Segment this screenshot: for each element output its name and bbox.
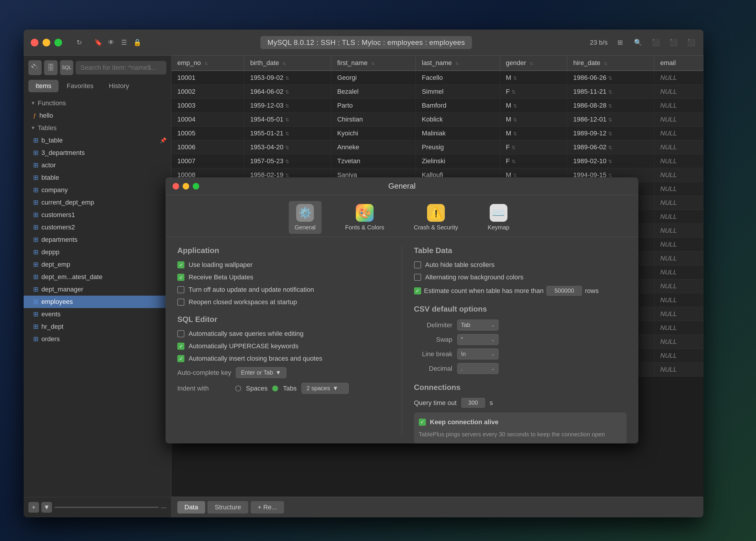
tables-section-header[interactable]: ▼ Tables bbox=[24, 122, 171, 134]
refresh-icon[interactable]: ↻ bbox=[74, 37, 85, 48]
sidebar-item-actor[interactable]: ⊞ actor bbox=[24, 159, 171, 172]
cell-last_name[interactable]: Facello bbox=[416, 71, 500, 85]
sidebar-item-events[interactable]: ⊞ events bbox=[24, 308, 171, 320]
close-button[interactable] bbox=[31, 39, 38, 46]
sidebar-item-dept_manager[interactable]: ⊞ dept_manager bbox=[24, 283, 171, 295]
sidebar-item-customers1[interactable]: ⊞ customers1 bbox=[24, 209, 171, 221]
maximize-button[interactable] bbox=[54, 39, 62, 46]
query-timeout-input[interactable] bbox=[461, 398, 485, 408]
cell-birth_date[interactable]: 1953-04-20 ⇅ bbox=[244, 141, 331, 154]
col-last_name[interactable]: last_name ⇅ bbox=[416, 56, 500, 71]
cell-hire_date[interactable]: 1985-11-21 ⇅ bbox=[567, 85, 654, 99]
prefs-tab-fonts[interactable]: 🎨 Fonts & Colors bbox=[339, 201, 390, 234]
tab-items[interactable]: Items bbox=[28, 80, 59, 92]
estimate-count-checkbox[interactable]: ✓ bbox=[414, 287, 421, 294]
sidebar-item-employees[interactable]: ⊞ employees bbox=[24, 295, 171, 308]
cell-first_name[interactable]: Tzvetan bbox=[331, 154, 416, 168]
cell-gender[interactable]: M ⇅ bbox=[500, 127, 567, 141]
cell-email[interactable]: NULL bbox=[654, 363, 703, 377]
col-email[interactable]: email bbox=[654, 56, 703, 71]
use-loading-wallpaper-checkbox[interactable]: ✓ bbox=[177, 261, 185, 269]
delimiter-select[interactable]: Tab ⌄ bbox=[457, 319, 499, 330]
expand-button[interactable]: ▼ bbox=[41, 502, 52, 513]
col-emp_no[interactable]: emp_no ⇅ bbox=[172, 56, 244, 71]
cell-hire_date[interactable]: 1989-09-12 ⇅ bbox=[567, 127, 654, 141]
tab-data[interactable]: Data bbox=[177, 501, 205, 513]
minimize-button[interactable] bbox=[43, 39, 50, 46]
cell-email[interactable]: NULL bbox=[654, 321, 703, 335]
cell-emp_no[interactable]: 10005 bbox=[172, 127, 244, 141]
cell-hire_date[interactable]: 1986-06-26 ⇅ bbox=[567, 71, 654, 85]
turn-off-auto-update-checkbox[interactable] bbox=[177, 286, 185, 293]
grid-layout-icon[interactable]: ⊞ bbox=[615, 37, 625, 48]
spaces-radio[interactable] bbox=[235, 385, 241, 391]
sidebar-item-3_departments[interactable]: ⊞ 3_departments bbox=[24, 147, 171, 159]
sidebar-item-hr_dept[interactable]: ⊞ hr_dept bbox=[24, 320, 171, 333]
col-hire_date[interactable]: hire_date ⇅ bbox=[567, 56, 654, 71]
bookmark-icon[interactable]: 🔖 bbox=[93, 37, 104, 48]
table-row[interactable]: 100011953-09-02 ⇅GeorgiFacelloM ⇅1986-06… bbox=[172, 71, 703, 85]
cell-gender[interactable]: F ⇅ bbox=[500, 85, 567, 99]
tab-add[interactable]: + Re... bbox=[251, 501, 284, 513]
cell-first_name[interactable]: Parto bbox=[331, 99, 416, 113]
table-icon[interactable]: 🗄 bbox=[44, 60, 57, 75]
cell-hire_date[interactable]: 1986-12-01 ⇅ bbox=[567, 113, 654, 127]
col-gender[interactable]: gender ⇅ bbox=[500, 56, 567, 71]
sidebar-item-customers2[interactable]: ⊞ customers2 bbox=[24, 221, 171, 234]
cell-gender[interactable]: M ⇅ bbox=[500, 71, 567, 85]
cell-email[interactable]: NULL bbox=[654, 127, 703, 141]
cell-email[interactable]: NULL bbox=[654, 224, 703, 238]
cell-email[interactable]: NULL bbox=[654, 210, 703, 224]
receive-beta-checkbox[interactable]: ✓ bbox=[177, 274, 185, 281]
prefs-minimize-button[interactable] bbox=[183, 183, 189, 190]
auto-hide-scrollers-checkbox[interactable] bbox=[414, 261, 421, 269]
sidebar-item-dept_em_atest_date[interactable]: ⊞ dept_em...atest_date bbox=[24, 271, 171, 283]
sidebar-item-dept_emp[interactable]: ⊞ dept_emp bbox=[24, 259, 171, 271]
table-row[interactable]: 100021964-06-02 ⇅BezalelSimmelF ⇅1985-11… bbox=[172, 85, 703, 99]
auto-save-checkbox[interactable] bbox=[177, 330, 185, 337]
cell-email[interactable]: NULL bbox=[654, 335, 703, 349]
row-count-input[interactable] bbox=[547, 286, 582, 295]
prefs-tab-general[interactable]: ⚙️ General bbox=[289, 201, 322, 234]
col-birth_date[interactable]: birth_date ⇅ bbox=[244, 56, 331, 71]
add-item-button[interactable]: + bbox=[28, 502, 39, 513]
cell-hire_date[interactable]: 1989-06-02 ⇅ bbox=[567, 141, 654, 154]
sidebar-left-icon[interactable]: ⬛ bbox=[650, 37, 661, 48]
cell-last_name[interactable]: Bamford bbox=[416, 99, 500, 113]
cell-email[interactable]: NULL bbox=[654, 307, 703, 321]
cell-emp_no[interactable]: 10007 bbox=[172, 154, 244, 168]
cell-email[interactable]: NULL bbox=[654, 293, 703, 307]
tab-structure[interactable]: Structure bbox=[207, 501, 248, 513]
list-icon[interactable]: ☰ bbox=[119, 37, 130, 48]
sidebar-item-company[interactable]: ⊞ company bbox=[24, 184, 171, 196]
lock-icon[interactable]: 🔒 bbox=[132, 37, 143, 48]
cell-emp_no[interactable]: 10003 bbox=[172, 99, 244, 113]
reopen-workspaces-checkbox[interactable] bbox=[177, 298, 185, 306]
table-row[interactable]: 100031959-12-03 ⇅PartoBamfordM ⇅1986-08-… bbox=[172, 99, 703, 113]
cell-email[interactable]: NULL bbox=[654, 238, 703, 252]
keep-alive-checkbox[interactable]: ✓ bbox=[419, 419, 426, 426]
uppercase-keywords-checkbox[interactable]: ✓ bbox=[177, 343, 185, 350]
linebreak-select[interactable]: \n ⌄ bbox=[457, 348, 499, 359]
sidebar-item-b_table[interactable]: ⊞ b_table 📌 bbox=[24, 134, 171, 147]
prefs-maximize-button[interactable] bbox=[193, 183, 199, 190]
auto-complete-select[interactable]: Enter or Tab ▼ bbox=[236, 367, 286, 378]
db-icon[interactable]: 🔌 bbox=[28, 60, 42, 75]
cell-emp_no[interactable]: 10001 bbox=[172, 71, 244, 85]
sidebar-item-btable[interactable]: ⊞ btable bbox=[24, 172, 171, 184]
cell-email[interactable]: NULL bbox=[654, 99, 703, 113]
sidebar-item-current_dept_emp[interactable]: ⊞ current_dept_emp bbox=[24, 196, 171, 209]
cell-emp_no[interactable]: 10004 bbox=[172, 113, 244, 127]
cell-email[interactable]: NULL bbox=[654, 168, 703, 182]
cell-last_name[interactable]: Zielinski bbox=[416, 154, 500, 168]
table-row[interactable]: 100061953-04-20 ⇅AnnekePreusigF ⇅1989-06… bbox=[172, 141, 703, 154]
decimal-select[interactable]: . ⌄ bbox=[457, 363, 499, 374]
swap-select[interactable]: " ⌄ bbox=[457, 334, 499, 345]
sql-icon[interactable]: SQL bbox=[60, 60, 73, 75]
search-icon[interactable]: 🔍 bbox=[632, 37, 643, 48]
sidebar-item-orders[interactable]: ⊞ orders bbox=[24, 333, 171, 345]
cell-first_name[interactable]: Chirstian bbox=[331, 113, 416, 127]
sidebar-right-icon[interactable]: ⬛ bbox=[686, 37, 696, 48]
cell-birth_date[interactable]: 1953-09-02 ⇅ bbox=[244, 71, 331, 85]
table-row[interactable]: 100041954-05-01 ⇅ChirstianKoblickM ⇅1986… bbox=[172, 113, 703, 127]
